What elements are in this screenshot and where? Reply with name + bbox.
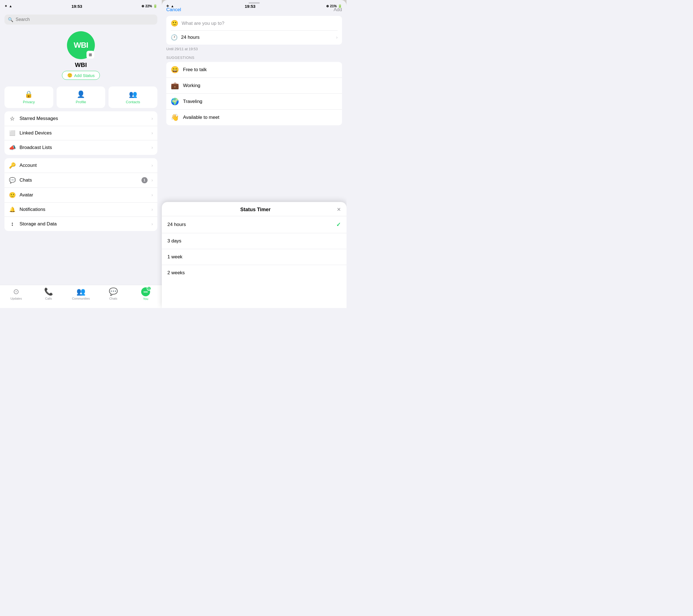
- status-left-icons: ✦ ▲: [4, 4, 12, 8]
- 2w-label: 2 weeks: [167, 270, 185, 276]
- search-icon: 🔍: [8, 17, 13, 22]
- add-status-label: Add Status: [74, 73, 95, 78]
- broadcast-lists-item[interactable]: 📣 Broadcast Lists ›: [4, 140, 157, 155]
- right-battery-area: ⊕ 21% 🔋: [326, 4, 342, 8]
- status-input-row: 🙂 What are you up to?: [171, 20, 338, 31]
- grinning-icon: 😄: [171, 66, 179, 74]
- storage-label: Storage and Data: [20, 221, 147, 227]
- timer-option-1w[interactable]: 1 week: [162, 249, 346, 265]
- timer-option-2w[interactable]: 2 weeks: [162, 265, 346, 281]
- left-panel: ✦ ▲ 19:53 ⊕ 22% 🔋 🔍 WBI ⊞ WBI: [0, 0, 162, 308]
- tab-bar: ⊙ Updates 📞 Calls 👥 Communities 💬 Chats …: [0, 285, 162, 308]
- battery-left: 22%: [145, 4, 152, 8]
- profile-section: WBI ⊞ WBI 🙂 Add Status: [0, 27, 162, 83]
- 24h-label: 24 hours: [167, 222, 186, 227]
- suggestions-section: SUGGESTIONS 😄 Free to talk 💼 Working 🌍 T…: [162, 51, 346, 125]
- you-initials: WBI: [143, 291, 148, 293]
- status-bar-left: ✦ ▲ 19:53 ⊕ 22% 🔋: [0, 0, 162, 12]
- status-time-left: 19:53: [72, 4, 82, 9]
- updates-tab-label: Updates: [11, 297, 22, 300]
- chats-tab-icon: 💬: [109, 287, 118, 296]
- linked-devices-item[interactable]: ⬜ Linked Devices ›: [4, 126, 157, 140]
- left-scroll-content: 🔍 WBI ⊞ WBI 🙂 Add Status 🔒 Pr: [0, 12, 162, 285]
- signal-icon: ▲: [9, 4, 12, 8]
- star-icon: ☆: [9, 115, 16, 122]
- tab-you[interactable]: WBI 1 You: [130, 287, 162, 300]
- avatar-item[interactable]: 🙂 Avatar ›: [4, 188, 157, 202]
- timer-title: Status Timer: [174, 207, 337, 213]
- avatar-container: WBI ⊞: [67, 31, 95, 59]
- location-icon-left: ⊕: [141, 4, 144, 8]
- avatar-label: Avatar: [20, 192, 147, 198]
- timer-options: 24 hours ✓ 3 days 1 week 2 weeks: [162, 216, 346, 281]
- traveling-label: Traveling: [183, 99, 202, 104]
- broadcast-label: Broadcast Lists: [20, 145, 147, 151]
- you-tab-avatar: WBI 1: [141, 287, 150, 296]
- status-smiley-icon: 🙂: [171, 20, 178, 27]
- qr-badge[interactable]: ⊞: [86, 51, 94, 59]
- chats-settings-item[interactable]: 💬 Chats 1 ›: [4, 173, 157, 188]
- available-label: Available to meet: [183, 115, 219, 120]
- duration-chevron-icon: ›: [336, 35, 338, 40]
- starred-messages-label: Starred Messages: [20, 116, 147, 121]
- suggestion-traveling[interactable]: 🌍 Traveling: [166, 94, 342, 110]
- avatar-initials: WBI: [74, 41, 88, 49]
- menu-group-1: ☆ Starred Messages › ⬜ Linked Devices › …: [4, 111, 157, 155]
- tab-chats[interactable]: 💬 Chats: [97, 287, 130, 300]
- chats-tab-label: Chats: [110, 297, 117, 300]
- search-bar[interactable]: 🔍: [4, 15, 157, 24]
- status-time-right: 19:53: [245, 4, 255, 9]
- tab-calls[interactable]: 📞 Calls: [32, 287, 65, 300]
- search-input[interactable]: [16, 17, 154, 22]
- linked-devices-label: Linked Devices: [20, 130, 147, 136]
- suggestion-available-to-meet[interactable]: 👋 Available to meet: [166, 110, 342, 125]
- profile-label: Profile: [76, 100, 86, 104]
- status-bar-right: ✈ ▲ 19:53 ⊕ 21% 🔋: [162, 0, 346, 12]
- wifi-icon: ✦: [4, 4, 7, 8]
- duration-row[interactable]: 🕐 24 hours ›: [171, 31, 338, 41]
- profile-name: WBI: [75, 61, 87, 68]
- suggestion-working[interactable]: 💼 Working: [166, 78, 342, 94]
- storage-icon: ↕: [9, 221, 16, 227]
- timer-option-24h[interactable]: 24 hours ✓: [162, 216, 346, 233]
- tab-communities[interactable]: 👥 Communities: [65, 287, 97, 300]
- calls-tab-label: Calls: [45, 297, 52, 300]
- status-input-placeholder[interactable]: What are you up to?: [182, 21, 224, 26]
- quick-actions: 🔒 Privacy 👤 Profile 👥 Contacts: [0, 83, 162, 111]
- battery-icon-right: 🔋: [338, 4, 342, 8]
- chat-icon: 💬: [9, 177, 16, 183]
- chats-settings-label: Chats: [20, 177, 138, 183]
- account-item[interactable]: 🔑 Account ›: [4, 158, 157, 173]
- status-timer-sheet: Status Timer ✕ 24 hours ✓ 3 days 1 week …: [162, 202, 346, 308]
- storage-item[interactable]: ↕ Storage and Data ›: [4, 217, 157, 231]
- account-label: Account: [20, 163, 147, 168]
- avatar-settings-icon: 🙂: [9, 192, 16, 198]
- chats-badge: 1: [141, 177, 147, 183]
- menu-group-2: 🔑 Account › 💬 Chats 1 › 🙂 Avatar › 🔔 Not…: [4, 158, 157, 231]
- profile-button[interactable]: 👤 Profile: [57, 86, 105, 108]
- tab-updates[interactable]: ⊙ Updates: [0, 287, 32, 300]
- chevron-notifications: ›: [152, 207, 153, 212]
- suggestion-free-to-talk[interactable]: 😄 Free to talk: [166, 62, 342, 78]
- updates-tab-icon: ⊙: [13, 287, 19, 296]
- contacts-button[interactable]: 👥 Contacts: [108, 86, 157, 108]
- timer-header: Status Timer ✕: [162, 202, 346, 216]
- notifications-item[interactable]: 🔔 Notifications ›: [4, 202, 157, 217]
- privacy-button[interactable]: 🔒 Privacy: [4, 86, 53, 108]
- broadcast-icon: 📣: [9, 144, 16, 151]
- timer-option-3d[interactable]: 3 days: [162, 233, 346, 249]
- key-icon: 🔑: [9, 162, 16, 169]
- right-status-icons: ✈ ▲: [166, 4, 174, 8]
- chevron-account: ›: [152, 163, 153, 168]
- until-text: Until 29/11 at 19:53: [162, 45, 346, 51]
- laptop-icon: ⬜: [9, 130, 16, 136]
- chevron-chats: ›: [152, 178, 153, 183]
- starred-messages-item[interactable]: ☆ Starred Messages ›: [4, 111, 157, 126]
- contacts-icon: 👥: [129, 91, 137, 98]
- suggestions-list: 😄 Free to talk 💼 Working 🌍 Traveling 👋 A…: [166, 62, 342, 125]
- timer-close-button[interactable]: ✕: [337, 206, 341, 213]
- add-status-button[interactable]: 🙂 Add Status: [62, 71, 100, 80]
- free-to-talk-label: Free to talk: [183, 67, 207, 73]
- privacy-label: Privacy: [23, 100, 35, 104]
- person-icon: 👤: [77, 91, 85, 98]
